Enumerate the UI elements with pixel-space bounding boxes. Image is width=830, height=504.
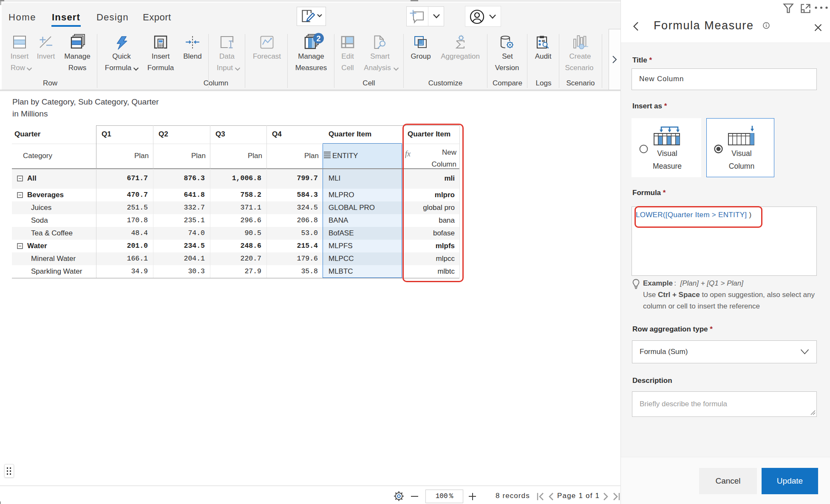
svg-text:2: 2 xyxy=(316,34,320,43)
